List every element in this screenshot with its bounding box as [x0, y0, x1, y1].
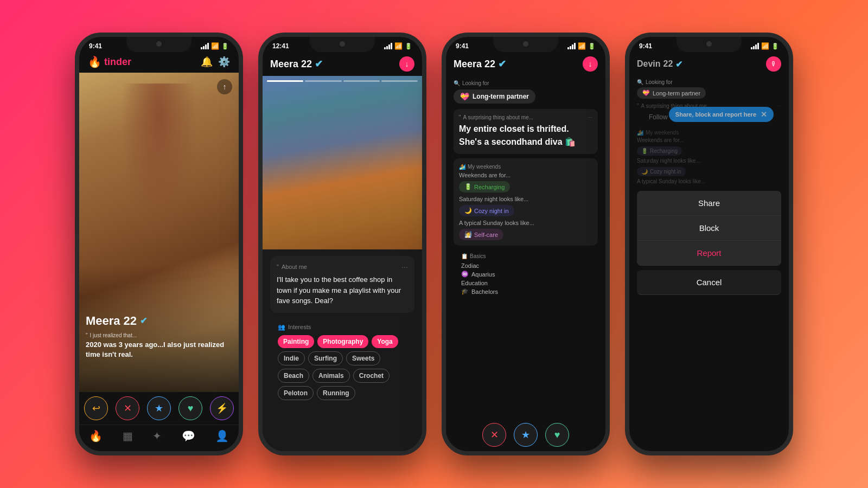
wifi-icon-4: 📶: [761, 42, 769, 50]
share-button[interactable]: Share: [637, 191, 781, 216]
tag-sweets[interactable]: Sweets: [346, 351, 380, 365]
recharging-chip: 🔋 Recharging: [459, 181, 510, 192]
tag-photography[interactable]: Photography: [317, 335, 368, 348]
tooltip-bubble: Share, block and report here ✕: [669, 107, 774, 122]
profile-sections-3: " A surprising thing about me... ··· My …: [446, 106, 605, 419]
photo-progress: [267, 80, 418, 82]
signal-icon-2: [384, 43, 392, 49]
undo-button[interactable]: ↩: [84, 396, 108, 420]
boost-button[interactable]: ↑: [217, 79, 232, 94]
weekends-icon: 🏄: [459, 164, 465, 170]
tag-indie[interactable]: Indie: [278, 351, 305, 365]
battery-icon: 🔋: [221, 43, 229, 50]
tag-running[interactable]: Running: [317, 386, 355, 400]
surprising-content: My entire closet is thrifted. She's a se…: [459, 123, 592, 149]
more-3[interactable]: ···: [588, 114, 592, 120]
phone-4-screen: 9:41 📶 🔋 Devin 22 ✔ 🎙: [629, 37, 789, 451]
aquarius-icon: ♒: [461, 271, 469, 278]
phone-1-screen: 9:41 📶 🔋 🔥 tinder 🔔 ⚙️: [79, 37, 239, 451]
download-button-3[interactable]: ↓: [583, 56, 598, 72]
wifi-icon: 📶: [211, 42, 219, 50]
report-button[interactable]: Report: [637, 241, 781, 266]
signal-icon: [201, 43, 209, 49]
battery-icon-3: 🔋: [588, 43, 596, 50]
tag-surfing[interactable]: Surfing: [308, 351, 343, 365]
nav-home[interactable]: 🔥: [89, 429, 103, 442]
header-icons: 🔔 ⚙️: [201, 56, 230, 68]
battery-icon-5: 🔋: [641, 148, 648, 154]
p4-weekends-label: 🏄 My weekends: [637, 130, 781, 136]
quote-icon-2: ": [277, 264, 279, 270]
profile-photo-2[interactable]: [263, 76, 422, 249]
like-button[interactable]: ♥: [178, 396, 202, 420]
swipe-card-area[interactable]: ↑ Meera 22 ✔ " I just realized that... 2…: [79, 73, 239, 392]
bell-icon[interactable]: 🔔: [201, 56, 213, 68]
heart-hands-icon: 💝: [460, 92, 469, 101]
p4-sunday-desc: A typical Sunday looks like...: [637, 178, 781, 184]
battery-icon-4: 🔋: [771, 43, 779, 50]
filter-icon[interactable]: ⚙️: [218, 56, 230, 68]
p4-weekends-desc: Weekends are for...: [637, 137, 781, 143]
mic-button[interactable]: 🎙: [766, 56, 781, 72]
education-item: Education: [461, 280, 590, 286]
nav-sparkle[interactable]: ✦: [152, 429, 162, 442]
download-button-2[interactable]: ↓: [399, 56, 414, 72]
p4-looking-for: 🔍 Looking for 💝 Long-term partner: [629, 76, 789, 101]
time-4: 9:41: [639, 42, 652, 50]
saturday-desc: Saturday night looks like...: [459, 196, 592, 202]
more-options[interactable]: ···: [401, 262, 408, 271]
tag-painting[interactable]: Painting: [278, 335, 314, 348]
p2-name: Meera 22 ✔: [270, 58, 323, 70]
p4-looking-chip: 💝 Long-term partner: [637, 87, 706, 99]
tags-container: Painting Photography Yoga Indie Surfing …: [278, 335, 407, 400]
nope-button[interactable]: ✕: [116, 396, 139, 420]
tag-beach[interactable]: Beach: [278, 369, 309, 383]
zodiac-item: Zodiac: [461, 262, 590, 269]
p3-superlike-button[interactable]: ★: [514, 423, 538, 447]
moon-icon-4: 🌙: [641, 169, 648, 175]
p3-nope-button[interactable]: ✕: [482, 423, 506, 447]
surprising-label: " A surprising thing about me... ···: [459, 114, 592, 120]
boost-action-button[interactable]: ⚡: [210, 396, 234, 420]
status-bar-2: 12:41 📶 🔋: [263, 37, 422, 52]
p3-like-button[interactable]: ♥: [545, 423, 569, 447]
card-info: Meera 22 ✔ " I just realized that... 202…: [86, 314, 232, 359]
phone-3-screen: 9:41 📶 🔋 Meera 22 ✔ ↓: [446, 37, 605, 451]
profile-card-1[interactable]: ↑ Meera 22 ✔ " I just realized that... 2…: [79, 73, 239, 392]
interests-section: 👥 Interests Painting Photography Yoga In…: [270, 318, 414, 406]
super-like-button[interactable]: ★: [147, 396, 171, 420]
tag-crochet[interactable]: Crochet: [353, 369, 390, 383]
nav-messages[interactable]: 💬: [182, 429, 195, 442]
signal-icon-3: [567, 43, 576, 49]
tag-peloton[interactable]: Peloton: [278, 386, 314, 400]
profile-header-2: Meera 22 ✔ ↓: [263, 52, 422, 76]
about-label: " About me ···: [277, 262, 408, 271]
basics-icon: 📋: [461, 253, 468, 259]
app-name: tinder: [104, 56, 131, 68]
nav-profile[interactable]: 👤: [215, 429, 229, 442]
looking-label: 🔍 Looking for: [454, 80, 598, 86]
action-sheet-group: Share Block Report: [637, 191, 781, 266]
quote-label: " I just realized that...: [86, 332, 232, 338]
search-icon-4: 🔍: [637, 79, 643, 85]
tinder-logo: 🔥 tinder: [88, 55, 131, 68]
card-name: Meera 22 ✔: [86, 314, 232, 328]
search-icon: 🔍: [454, 80, 460, 86]
action-bar-1: ↩ ✕ ★ ♥ ⚡: [79, 392, 239, 425]
status-bar-1: 9:41 📶 🔋: [79, 37, 239, 52]
weekends-icon-4: 🏄: [637, 130, 643, 136]
status-icons-2: 📶 🔋: [384, 42, 412, 50]
moon-icon: 🌙: [464, 207, 472, 214]
tag-animals[interactable]: Animals: [312, 369, 350, 383]
tag-yoga[interactable]: Yoga: [372, 335, 398, 348]
cancel-button[interactable]: Cancel: [637, 270, 781, 295]
education-value-item: 🎓 Bachelors: [461, 288, 590, 295]
nav-grid[interactable]: ▦: [123, 429, 133, 442]
tooltip-close-icon[interactable]: ✕: [761, 110, 767, 119]
block-button[interactable]: Block: [637, 216, 781, 241]
weekends-card: 🏄 My weekends Weekends are for... 🔋 Rech…: [454, 158, 598, 246]
p4-name: Devin 22 ✔: [637, 59, 682, 69]
flame-icon: 🔥: [88, 55, 101, 68]
p3-action-bar: ✕ ★ ♥: [446, 419, 605, 451]
p4-saturday-desc: Saturday night looks like...: [637, 158, 781, 164]
